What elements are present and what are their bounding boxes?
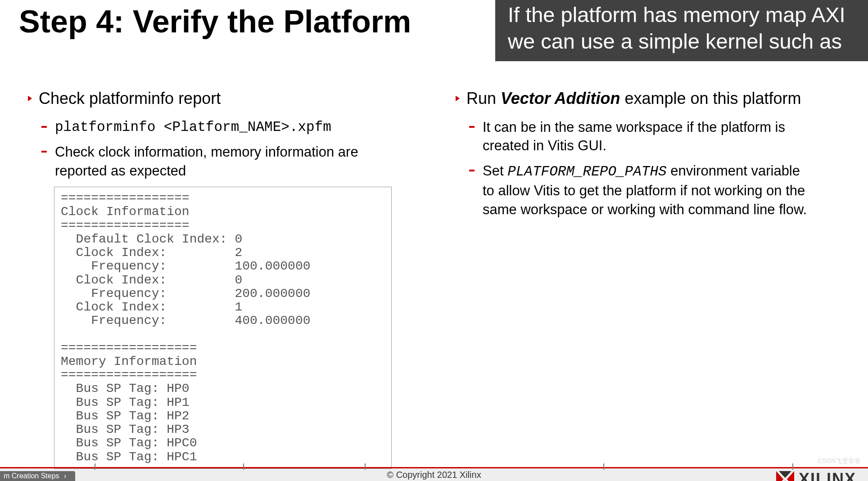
text-set: Set: [483, 163, 507, 179]
chapter-marker[interactable]: [95, 463, 95, 470]
caption-overlay: If the platform has memory map AXI we ca…: [495, 0, 868, 61]
caption-line-2: we can use a simple kernel such as: [508, 28, 868, 55]
xilinx-logo-text: XILINX: [799, 470, 856, 481]
chapter-marker[interactable]: [243, 463, 244, 470]
caption-line-1: If the platform has memory map AXI: [508, 2, 868, 28]
video-progress-bar[interactable]: [0, 467, 868, 468]
right-column: Run Vector Addition example on this plat…: [455, 88, 815, 225]
chapter-marker[interactable]: [603, 463, 604, 470]
slide: Step 4: Verify the Platform If the platf…: [0, 0, 868, 468]
text-example-on-platform: example on this platform: [620, 89, 801, 108]
platforminfo-output-box: ================= Clock Information ====…: [54, 187, 392, 469]
bullet-check-clock-memory: Check clock information, memory informat…: [41, 143, 387, 180]
chevron-right-icon: ›: [64, 472, 66, 480]
chapter-breadcrumb[interactable]: m Creation Steps ›: [0, 471, 75, 481]
text-run: Run: [466, 89, 501, 108]
bullet-same-workspace: It can be in the same workspace if the p…: [469, 118, 815, 156]
bullet-check-platforminfo: Check platforminfo report: [27, 88, 387, 110]
chapter-marker[interactable]: [792, 463, 793, 470]
xilinx-logo-icon: [776, 471, 794, 481]
bullet-platforminfo-command: platforminfo <Platform_NAME>.xpfm: [41, 118, 387, 137]
bullet-run-vector-addition: Run Vector Addition example on this plat…: [455, 88, 815, 110]
left-column: Check platforminfo report platforminfo <…: [27, 88, 387, 469]
watermark: CSDN飞雯非非: [818, 457, 861, 465]
bullet-platform-repo-paths: Set PLATFORM_REPO_PATHS environment vari…: [469, 162, 815, 219]
copyright-text: © Copyright 2021 Xilinx: [0, 470, 868, 480]
slide-title: Step 4: Verify the Platform: [19, 4, 411, 40]
presentation-stage: Step 4: Verify the Platform If the platf…: [0, 0, 868, 481]
platforminfo-output: ================= Clock Information ====…: [61, 192, 385, 464]
chapter-breadcrumb-label: m Creation Steps: [4, 472, 59, 480]
xilinx-logo: XILINX: [776, 470, 856, 481]
text-vector-addition: Vector Addition: [501, 89, 620, 108]
chapter-marker[interactable]: [365, 463, 366, 470]
code-platform-repo-paths: PLATFORM_REPO_PATHS: [507, 164, 666, 180]
